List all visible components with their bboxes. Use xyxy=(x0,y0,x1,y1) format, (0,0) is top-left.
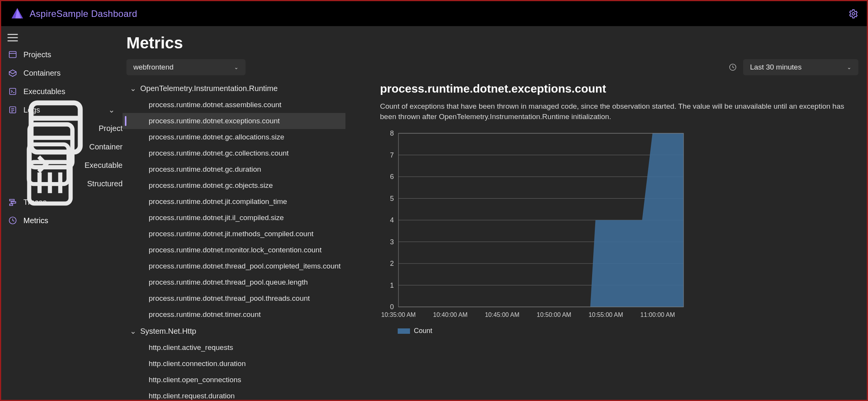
svg-rect-6 xyxy=(9,51,16,58)
legend-label: Count xyxy=(414,327,432,335)
time-range-dropdown[interactable]: Last 30 minutes ⌄ xyxy=(743,59,858,75)
tree-metric-item[interactable]: http.client.open_connections xyxy=(123,372,345,388)
tree-metric-item[interactable]: process.runtime.dotnet.gc.allocations.si… xyxy=(123,129,345,145)
resource-dropdown[interactable]: webfrontend ⌄ xyxy=(126,59,246,75)
tree-metric-item[interactable]: process.runtime.dotnet.thread_pool.compl… xyxy=(123,258,345,274)
tree-metric-item[interactable]: process.runtime.dotnet.assemblies.count xyxy=(123,97,345,113)
metric-description: Count of exceptions that have been throw… xyxy=(380,101,855,122)
svg-text:6: 6 xyxy=(390,173,394,181)
svg-text:4: 4 xyxy=(390,216,394,224)
svg-text:3: 3 xyxy=(390,238,394,246)
time-range-value: Last 30 minutes xyxy=(750,63,802,71)
tree-group-header[interactable]: ⌄OpenTelemetry.Instrumentation.Runtime xyxy=(123,80,345,97)
nav-logs-structured[interactable]: Structured xyxy=(1,174,123,193)
chevron-down-icon: ⌄ xyxy=(847,64,851,70)
page-title: Metrics xyxy=(123,26,867,59)
metric-chart: 01234567810:35:00 AM10:40:00 AM10:45:00 … xyxy=(380,129,687,321)
app-title: AspireSample Dashboard xyxy=(30,8,137,19)
nav-label: Structured xyxy=(87,179,123,188)
tree-metric-item[interactable]: process.runtime.dotnet.jit.compilation_t… xyxy=(123,194,345,210)
nav-label: Container xyxy=(89,143,123,151)
svg-text:10:35:00 AM: 10:35:00 AM xyxy=(381,312,416,318)
nav-label: Project xyxy=(99,124,123,133)
traces-icon xyxy=(8,197,17,207)
tree-metric-item[interactable]: http.client.connection.duration xyxy=(123,356,345,372)
chart-legend: Count xyxy=(380,327,855,335)
chevron-down-icon: ⌄ xyxy=(234,64,239,70)
containers-icon xyxy=(8,68,17,78)
svg-text:10:40:00 AM: 10:40:00 AM xyxy=(433,312,468,318)
executables-icon xyxy=(8,87,17,96)
metrics-tree[interactable]: ⌄OpenTelemetry.Instrumentation.Runtimepr… xyxy=(123,80,345,400)
nav-containers[interactable]: Containers xyxy=(1,64,123,82)
svg-rect-25 xyxy=(10,204,13,205)
tree-metric-item[interactable]: process.runtime.dotnet.monitor.lock_cont… xyxy=(123,242,345,258)
svg-text:0: 0 xyxy=(390,303,394,311)
nav-label: Projects xyxy=(23,50,51,59)
nav-label: Containers xyxy=(23,69,61,78)
chevron-down-icon: ⌄ xyxy=(129,326,136,336)
tree-metric-item[interactable]: process.runtime.dotnet.exceptions.count xyxy=(123,113,345,129)
svg-point-2 xyxy=(852,13,855,15)
tree-group-header[interactable]: ⌄System.Net.Http xyxy=(123,323,345,340)
svg-text:1: 1 xyxy=(390,282,394,289)
tree-metric-item[interactable]: process.runtime.dotnet.gc.objects.size xyxy=(123,177,345,194)
chevron-down-icon: ⌄ xyxy=(129,84,136,93)
tree-metric-item[interactable]: process.runtime.dotnet.timer.count xyxy=(123,307,345,323)
nav-label: Traces xyxy=(23,198,46,207)
chevron-down-icon: ⌄ xyxy=(108,105,115,114)
svg-text:10:50:00 AM: 10:50:00 AM xyxy=(537,312,571,318)
logs-icon xyxy=(8,105,17,114)
sidebar: Projects Containers Executables Logs ⌄ P… xyxy=(1,26,123,400)
aspire-logo-icon xyxy=(10,7,24,21)
svg-text:10:45:00 AM: 10:45:00 AM xyxy=(485,312,519,318)
metrics-icon xyxy=(8,216,17,225)
nav-label: Metrics xyxy=(23,216,48,225)
metric-title: process.runtime.dotnet.exceptions.count xyxy=(380,82,855,95)
svg-rect-24 xyxy=(11,202,16,203)
tree-metric-item[interactable]: process.runtime.dotnet.jit.methods_compi… xyxy=(123,226,345,242)
svg-text:2: 2 xyxy=(390,260,394,267)
svg-text:7: 7 xyxy=(390,151,394,159)
svg-text:5: 5 xyxy=(390,195,394,202)
tree-metric-item[interactable]: http.client.request.duration xyxy=(123,388,345,400)
legend-swatch xyxy=(398,328,410,334)
nav-projects[interactable]: Projects xyxy=(1,45,123,64)
tree-metric-item[interactable]: process.runtime.dotnet.thread_pool.queue… xyxy=(123,274,345,290)
settings-gear-icon[interactable] xyxy=(848,9,858,19)
tree-group-label: System.Net.Http xyxy=(140,327,196,336)
tree-metric-item[interactable]: process.runtime.dotnet.jit.il_compiled.s… xyxy=(123,210,345,226)
app-logo[interactable]: AspireSample Dashboard xyxy=(10,7,137,21)
svg-text:11:00:00 AM: 11:00:00 AM xyxy=(641,312,675,318)
tree-group-label: OpenTelemetry.Instrumentation.Runtime xyxy=(140,84,278,93)
sidebar-toggle[interactable] xyxy=(4,30,21,45)
svg-text:8: 8 xyxy=(390,129,394,137)
clock-icon xyxy=(729,63,737,71)
tree-metric-item[interactable]: process.runtime.dotnet.thread_pool.threa… xyxy=(123,290,345,307)
resource-dropdown-value: webfrontend xyxy=(133,63,174,71)
tree-metric-item[interactable]: process.runtime.dotnet.gc.duration xyxy=(123,161,345,177)
nav-label: Executable xyxy=(85,161,123,170)
projects-icon xyxy=(8,50,17,59)
tree-metric-item[interactable]: http.client.active_requests xyxy=(123,340,345,356)
tree-metric-item[interactable]: process.runtime.dotnet.gc.collections.co… xyxy=(123,145,345,161)
svg-text:10:55:00 AM: 10:55:00 AM xyxy=(589,312,623,318)
svg-rect-23 xyxy=(10,199,14,201)
